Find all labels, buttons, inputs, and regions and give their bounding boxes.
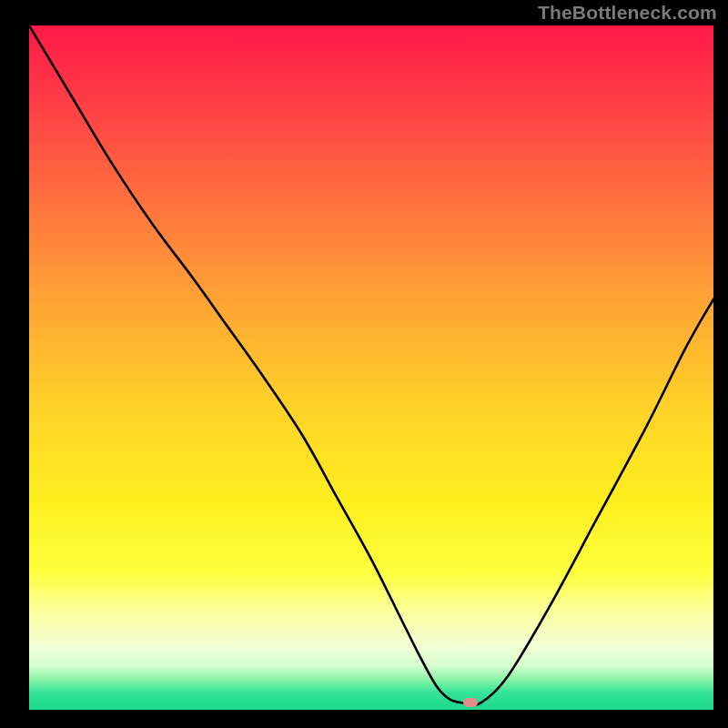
bottleneck-curve bbox=[29, 25, 713, 710]
optimum-marker bbox=[463, 698, 478, 707]
watermark-text: TheBottleneck.com bbox=[538, 2, 717, 24]
plot-area bbox=[29, 25, 713, 710]
chart-container: TheBottleneck.com bbox=[0, 0, 728, 728]
